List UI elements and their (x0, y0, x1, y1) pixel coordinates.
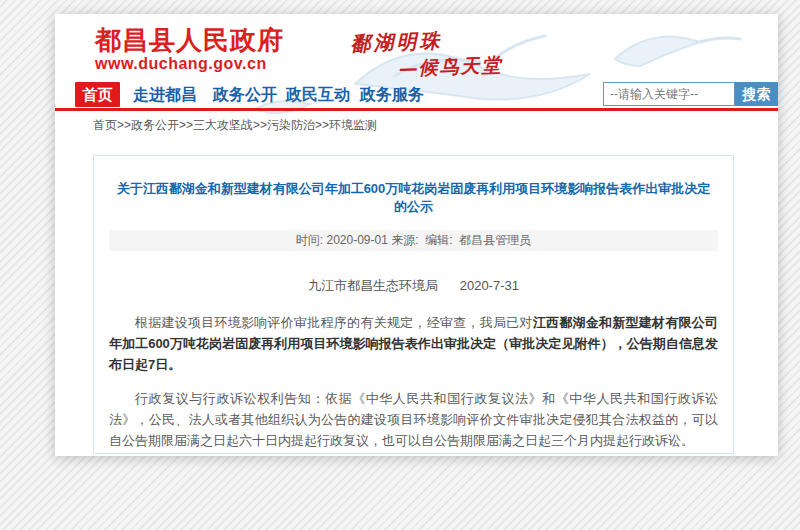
site-title: 都昌县人民政府 (95, 26, 284, 54)
article-paragraph-2: 行政复议与行政诉讼权利告知：依据《中华人民共和国行政复议法》和《中华人民共和国行… (109, 388, 718, 451)
article-title: 关于江西鄱湖金和新型建材有限公司年加工600万吨花岗岩固废再利用项目环境影响报告… (114, 180, 713, 216)
site-logo[interactable]: 都昌县人民政府 www.duchang.gov.cn (95, 26, 284, 74)
site-card: 都昌县人民政府 www.duchang.gov.cn 鄱湖明珠 —候鸟天堂 首页… (55, 14, 778, 456)
tab-home[interactable]: 首页 (75, 82, 120, 107)
nav-divider (55, 108, 778, 111)
tab-about-duchang[interactable]: 走进都昌 (130, 82, 200, 107)
site-slogan: 鄱湖明珠 —候鸟天堂 (350, 25, 503, 83)
paragraph1-normal-text: 根据建设项目环境影响评价审批程序的有关规定，经审查，我局已对 (135, 315, 533, 330)
site-url: www.duchang.gov.cn (95, 54, 284, 74)
article-byline: 九江市都昌生态环境局 2020-7-31 (94, 277, 733, 295)
tab-public-interaction[interactable]: 政民互动 (283, 82, 353, 107)
caption-bar: 生态环境局批示文件 花岗岩尾矿再利用可用来做混凝土骨料 (0, 470, 800, 530)
tab-gov-services[interactable]: 政务服务 (357, 82, 427, 107)
search-input[interactable] (603, 82, 735, 106)
article-paragraph-1: 根据建设项目环境影响评价审批程序的有关规定，经审查，我局已对江西鄱湖金和新型建材… (109, 312, 718, 375)
main-nav: 首页 走进都昌 政务公开 政民互动 政务服务 搜索 (55, 82, 778, 108)
tab-gov-affairs[interactable]: 政务公开 (210, 82, 280, 107)
search-button[interactable]: 搜索 (735, 82, 778, 106)
article-meta-bar: 时间: 2020-09-01 来源: 编辑: 都昌县管理员 (109, 230, 718, 251)
page-background: { "site": { "name": "都昌县人民政府", "url": "w… (0, 0, 800, 530)
slogan-line2: —候鸟天堂 (397, 52, 503, 82)
breadcrumb[interactable]: 首页>>政务公开>>三大攻坚战>>污染防治>>环境监测 (93, 117, 377, 134)
article-panel: 关于江西鄱湖金和新型建材有限公司年加工600万吨花岗岩固废再利用项目环境影响报告… (93, 155, 734, 454)
